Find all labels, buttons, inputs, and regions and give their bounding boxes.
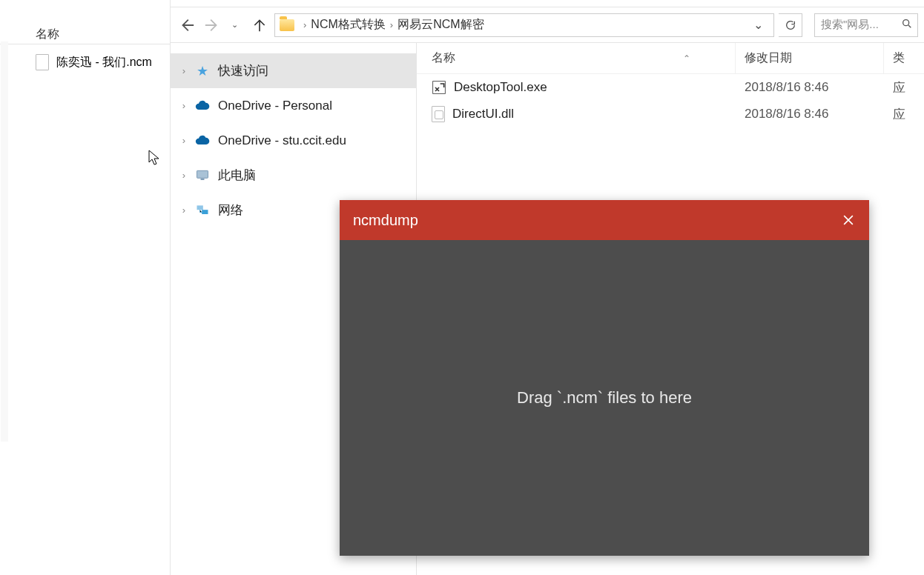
- chevron-right-icon: ›: [181, 65, 187, 76]
- chevron-right-icon: ›: [303, 19, 306, 30]
- sidebar-item-onedrive-edu[interactable]: › OneDrive - stu.ccit.edu: [171, 123, 416, 158]
- dropzone-hint: Drag `.ncm` files to here: [517, 388, 692, 408]
- cloud-icon: [194, 133, 211, 149]
- arrow-right-icon: [204, 17, 220, 33]
- table-row[interactable]: DesktopTool.exe 2018/8/16 8:46 应: [417, 74, 924, 101]
- column-header-type[interactable]: 类: [884, 43, 924, 73]
- arrow-up-icon: [252, 18, 267, 33]
- up-button[interactable]: [249, 15, 270, 36]
- close-icon: [841, 213, 856, 227]
- file-type: 应: [893, 79, 905, 96]
- ncmdump-window[interactable]: ncmdump Drag `.ncm` files to here: [340, 200, 869, 556]
- ribbon: [171, 0, 924, 7]
- history-dropdown[interactable]: ⌄: [224, 15, 245, 36]
- breadcrumb[interactable]: › NCM格式转换 › 网易云NCM解密 ⌄: [274, 13, 774, 37]
- ncmdump-dropzone[interactable]: Drag `.ncm` files to here: [340, 240, 869, 556]
- file-name: DesktopTool.exe: [454, 80, 547, 95]
- chevron-right-icon: ›: [181, 135, 187, 146]
- sidebar-item-this-pc[interactable]: › 此电脑: [171, 158, 416, 193]
- svg-rect-4: [202, 210, 208, 214]
- ncmdump-titlebar[interactable]: ncmdump: [340, 200, 869, 240]
- column-header-row: 名称 ⌃ 修改日期 类: [417, 43, 924, 74]
- left-col-name-label: 名称: [36, 27, 59, 42]
- star-icon: ★: [194, 63, 211, 79]
- col-label: 名称: [432, 50, 455, 66]
- forward-button[interactable]: [202, 15, 222, 36]
- col-label: 类: [893, 50, 905, 66]
- ncmdump-title: ncmdump: [353, 212, 418, 229]
- cloud-icon: [194, 98, 211, 114]
- column-header-date[interactable]: 修改日期: [736, 43, 884, 73]
- file-date: 2018/8/16 8:46: [745, 80, 828, 95]
- table-row[interactable]: DirectUI.dll 2018/8/16 8:46 应: [417, 101, 924, 127]
- left-gutter: [1, 41, 8, 442]
- shortcut-exe-icon: [432, 80, 446, 95]
- file-icon: [36, 54, 49, 70]
- address-dropdown[interactable]: ⌄: [748, 18, 769, 32]
- sidebar-item-onedrive-personal[interactable]: › OneDrive - Personal: [171, 88, 416, 123]
- address-bar-row: ⌄ › NCM格式转换 › 网易云NCM解密 ⌄ 搜索"网易...: [171, 7, 924, 43]
- svg-rect-1: [197, 170, 208, 178]
- dll-file-icon: [432, 106, 445, 122]
- svg-rect-2: [201, 179, 205, 180]
- search-icon: [901, 18, 913, 32]
- file-name-label: 陈奕迅 - 我们.ncm: [56, 55, 152, 70]
- breadcrumb-seg-2[interactable]: 网易云NCM解密: [397, 17, 484, 33]
- file-name: DirectUI.dll: [452, 107, 514, 122]
- left-column-header[interactable]: 名称: [0, 4, 170, 44]
- file-date: 2018/8/16 8:46: [745, 107, 828, 122]
- search-placeholder: 搜索"网易...: [821, 18, 879, 32]
- sidebar-item-label: OneDrive - stu.ccit.edu: [218, 133, 346, 148]
- monitor-icon: [194, 167, 211, 184]
- sidebar-item-quick-access[interactable]: › ★ 快速访问: [171, 53, 416, 88]
- back-button[interactable]: [176, 15, 197, 36]
- sidebar-item-label: OneDrive - Personal: [218, 99, 332, 113]
- arrow-left-icon: [179, 17, 195, 33]
- network-icon: [194, 202, 211, 219]
- sort-caret-icon: ⌃: [683, 53, 690, 64]
- chevron-right-icon: ›: [181, 205, 187, 216]
- background-window: 名称 陈奕迅 - 我们.ncm: [0, 0, 171, 575]
- svg-point-0: [903, 20, 909, 26]
- svg-rect-3: [197, 205, 203, 210]
- chevron-right-icon: ›: [181, 100, 187, 111]
- chevron-right-icon: ›: [181, 170, 187, 181]
- search-input[interactable]: 搜索"网易...: [814, 13, 918, 37]
- sidebar-item-label: 网络: [218, 202, 243, 219]
- sidebar-item-label: 快速访问: [218, 62, 268, 79]
- sidebar-item-label: 此电脑: [218, 167, 256, 184]
- list-item[interactable]: 陈奕迅 - 我们.ncm: [0, 47, 170, 77]
- col-label: 修改日期: [745, 50, 792, 66]
- chevron-right-icon: ›: [390, 19, 393, 30]
- folder-icon: [280, 19, 294, 31]
- file-type: 应: [893, 106, 905, 123]
- close-button[interactable]: [828, 200, 869, 240]
- refresh-button[interactable]: [779, 13, 802, 37]
- refresh-icon: [785, 19, 796, 31]
- breadcrumb-seg-1[interactable]: NCM格式转换: [311, 17, 385, 33]
- column-header-name[interactable]: 名称 ⌃: [417, 43, 736, 73]
